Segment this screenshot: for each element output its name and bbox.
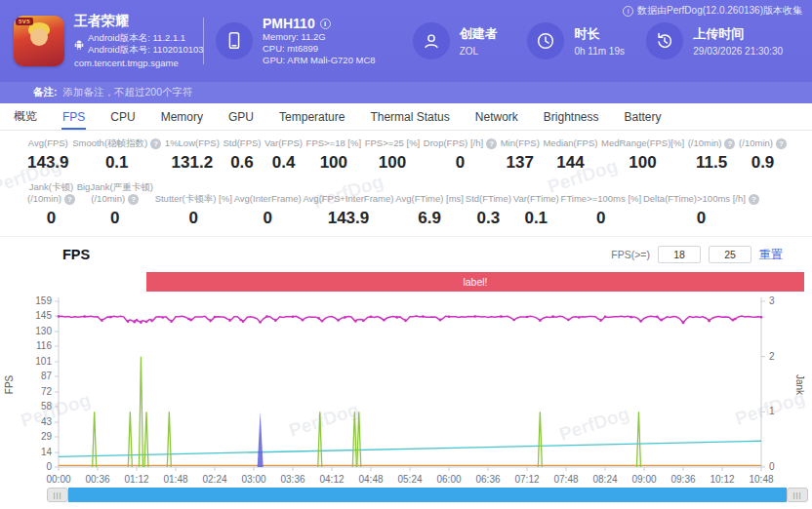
tiny-jank-spike [167, 411, 171, 467]
stat-value: 0.1 [524, 209, 548, 228]
stat-value: 100 [320, 153, 347, 173]
x-tick-label: 00:36 [85, 474, 109, 485]
tab-battery[interactable]: Battery [612, 103, 674, 130]
x-tick-label: 00:00 [46, 474, 70, 485]
game-icon: 5V5 [14, 16, 64, 66]
device-info-icon[interactable]: i [320, 19, 331, 29]
y-left-tick: 72 [41, 386, 53, 397]
scrollbar-track[interactable] [68, 488, 787, 502]
x-tick-label: 01:12 [124, 474, 148, 485]
x-tick-label: 09:36 [670, 474, 695, 485]
x-tick-label: 01:48 [163, 474, 187, 485]
header-divider [203, 18, 204, 64]
note-label: 备注: [33, 86, 58, 99]
stats-row-2: Jank(卡顿)(/10min)?0BigJank(严重卡顿)(/10min)?… [27, 181, 789, 228]
stat-label: FPS>=18 [%] [306, 137, 362, 149]
fps-chart[interactable]: 0142943587287101116130145159012300:0000:… [0, 294, 812, 487]
stat-cell: FPS>=18 [%]100 [306, 137, 362, 173]
fps-section-header: FPS FPS(>=) 重置 [0, 237, 812, 267]
stat-label: Var(FTime) [513, 193, 559, 205]
stat-label: BigJank(严重卡顿) [77, 181, 153, 193]
phone-icon [216, 22, 253, 59]
stat-value: 0 [456, 153, 465, 173]
stats-row-1: Avg(FPS)143.9Smooth(稳帧指数)?0.11%Low(FPS)1… [27, 137, 789, 173]
stat-value: 0.4 [272, 153, 296, 173]
series-interframe [59, 441, 761, 456]
creator-block: 创建者 ZOL [413, 22, 528, 59]
tab-cpu[interactable]: CPU [98, 103, 147, 130]
upload-value: 29/03/2026 21:30:30 [693, 46, 783, 57]
stat-label: Stutter(卡顿率) [%] [155, 193, 232, 205]
chart-scrollbar: ||| ||| [47, 488, 808, 502]
x-tick-label: 02:24 [202, 474, 226, 485]
stat-value: 100 [379, 153, 406, 173]
game-icon-badge: 5V5 [16, 18, 33, 25]
help-icon[interactable]: ? [724, 138, 735, 149]
stat-label: Avg(FPS) [28, 137, 68, 149]
x-tick-label: 06:36 [475, 474, 500, 485]
stat-value: 143.9 [328, 209, 370, 228]
help-icon[interactable]: ? [150, 138, 161, 149]
tab-network[interactable]: Network [463, 103, 531, 130]
tiny-jank-spike [128, 411, 132, 467]
fps-chart-zone: 0142943587287101116130145159012300:0000:… [0, 294, 812, 487]
stat-label: Delta(FTime)>100ms [/h] [643, 193, 746, 205]
stat-label: Drop(FPS) [/h] [424, 137, 483, 149]
tab-fps[interactable]: FPS [50, 103, 98, 130]
tab-temperature[interactable]: Temperature [266, 103, 357, 130]
x-tick-label: 04:12 [319, 474, 344, 485]
stat-cell: FPS>=25 [%]100 [365, 137, 421, 173]
tab-memory[interactable]: Memory [148, 103, 216, 130]
help-icon[interactable]: ? [64, 194, 75, 205]
stat-value: 0 [188, 209, 197, 228]
tab-thermal-status[interactable]: Thermal Status [357, 103, 462, 130]
help-icon[interactable]: ? [128, 194, 139, 205]
x-tick-label: 10:48 [749, 474, 773, 485]
tab-brightness[interactable]: Brightness [531, 103, 612, 130]
stat-label: Smooth(稳帧指数) [72, 137, 147, 149]
stat-cell: Delta(FTime)>100ms [/h]?0 [643, 193, 759, 228]
stat-label: FPS>=25 [%] [365, 137, 421, 149]
upload-label: 上传时间 [693, 25, 783, 43]
note-bar[interactable]: 备注: 添加备注，不超过200个字符 [0, 82, 812, 103]
scrollbar-right-handle[interactable]: ||| [787, 488, 808, 502]
stat-value: 0.3 [477, 209, 501, 228]
help-icon[interactable]: ? [486, 138, 497, 149]
stat-value: 0.6 [230, 153, 254, 173]
stat-value: 137 [507, 153, 534, 173]
y-left-tick: 130 [35, 326, 52, 336]
stat-cell: 1%Low(FPS)131.2 [165, 137, 220, 173]
x-tick-label: 08:24 [592, 474, 617, 485]
game-title: 王者荣耀 [74, 13, 204, 30]
stat-label: (/10min) [688, 137, 722, 149]
chart-annotation-bar[interactable]: label! [146, 272, 804, 292]
user-icon [413, 22, 450, 59]
stat-label: (/10min) [739, 137, 773, 149]
annotation-label: label! [463, 276, 487, 288]
tiny-jank-spike [93, 411, 97, 467]
report-header: i 数据由PerfDog(12.0.260136)版本收集 5V5 王者荣耀 A… [0, 0, 812, 82]
x-tick-label: 09:00 [631, 474, 656, 485]
tab-gpu[interactable]: GPU [216, 103, 266, 130]
tab-bar: 概览FPSCPUMemoryGPUTemperatureThermal Stat… [0, 103, 812, 131]
stat-label: Std(FTime) [466, 193, 511, 205]
device-memory: Memory: 11.2G [263, 31, 376, 43]
stat-value: 11.5 [696, 153, 727, 173]
fps-threshold-input-2[interactable] [709, 246, 751, 263]
collect-note: i 数据由PerfDog(12.0.260136)版本收集 [623, 4, 802, 18]
stat-value: 0 [596, 209, 605, 228]
stat-label: 1%Low(FPS) [165, 137, 220, 149]
reset-button[interactable]: 重置 [759, 247, 783, 263]
note-placeholder: 添加备注，不超过200个字符 [63, 86, 193, 99]
tab-概览[interactable]: 概览 [1, 103, 50, 130]
android-version-name: Android版本名: 11.2.1.1 [88, 32, 204, 44]
device-gpu: GPU: ARM Mali-G720 MC8 [263, 55, 376, 66]
help-icon[interactable]: ? [749, 194, 759, 205]
y-axis-right-caption: Jank [794, 374, 805, 395]
small-jank-spike [258, 411, 264, 467]
history-clock-icon [646, 22, 683, 59]
x-tick-label: 03:00 [241, 474, 265, 485]
scrollbar-left-handle[interactable]: ||| [47, 488, 68, 502]
help-icon[interactable]: ? [776, 138, 787, 149]
fps-threshold-input-1[interactable] [658, 246, 701, 263]
